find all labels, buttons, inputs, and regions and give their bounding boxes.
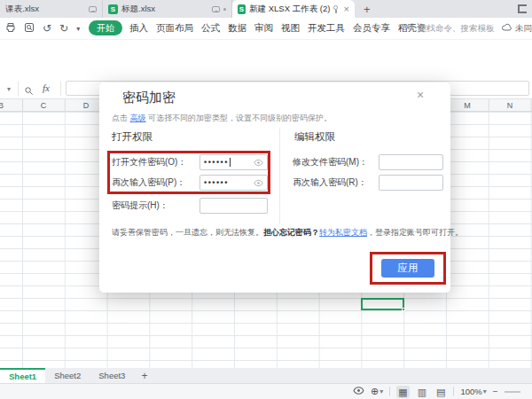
- dialog-warning: 请妥善保管密码，一旦遗忘，则无法恢复。担心忘记密码？转为私密文档，登录指定账号即…: [112, 227, 443, 238]
- view-normal-button[interactable]: ▦: [396, 386, 409, 398]
- dialog-divider: [279, 129, 280, 224]
- wps-s-logo-icon: S: [238, 4, 246, 14]
- sheet-tab-3[interactable]: Sheet3: [90, 368, 134, 383]
- modify-password-input[interactable]: [379, 154, 443, 170]
- sync-status[interactable]: 未同步: [502, 18, 532, 39]
- comment-balloon-icon: [212, 6, 220, 12]
- add-sheet-button[interactable]: +: [134, 368, 154, 383]
- file-tab-1[interactable]: 课表.xlsx: [0, 0, 103, 18]
- sync-status-label: 未同步: [515, 23, 532, 35]
- redo-icon[interactable]: ↻: [59, 22, 68, 35]
- password-hint-input[interactable]: [200, 198, 268, 214]
- zoom-formula-icon[interactable]: [24, 83, 34, 99]
- unsaved-dot-icon: [223, 8, 226, 11]
- zoom-slider[interactable]: [505, 391, 520, 393]
- crosshair-icon: ⊕: [371, 386, 379, 397]
- tab-formulas[interactable]: 公式: [201, 22, 220, 35]
- dialog-title: 密码加密: [122, 90, 176, 106]
- search-placeholder: 查找命令、搜索模板: [419, 23, 495, 35]
- chevron-down-icon: ▾: [483, 387, 487, 395]
- view-page-break-button[interactable]: ▤: [434, 386, 447, 398]
- sheet-tab-2[interactable]: Sheet2: [45, 368, 90, 383]
- cloud-icon: [502, 23, 512, 34]
- file-tab-active-label: 新建 XLSX 工作表 (2).xlsx: [249, 4, 330, 15]
- password-hint-label: 密码提示(H)：: [112, 200, 200, 212]
- file-tab-active[interactable]: S 新建 XLSX 工作表 (2).xlsx ×: [232, 0, 355, 18]
- edit-permission-title: 编辑权限: [294, 130, 335, 144]
- tab-member[interactable]: 会员专享: [353, 22, 390, 35]
- search-icon: [406, 23, 415, 34]
- file-tab-2-label: 标题.xlsx: [121, 4, 155, 15]
- selected-cell[interactable]: [361, 298, 404, 310]
- more-commands-chevron-icon[interactable]: ▾: [76, 25, 80, 33]
- password-key-icon: [333, 5, 340, 13]
- insert-function-button[interactable]: fx: [43, 82, 50, 93]
- file-tab-1-label: 课表.xlsx: [5, 4, 39, 15]
- confirm-modify-input[interactable]: [379, 175, 443, 191]
- password-encrypt-dialog: 密码加密 × 点击 高级 可选择不同的加密类型，设置不同级别的密码保护。 打开权…: [99, 82, 450, 293]
- tab-view[interactable]: 视图: [281, 22, 300, 35]
- wps-spreadsheet-window: 课表.xlsx S 标题.xlsx S 新建 XLSX 工作表 (2).xlsx…: [0, 0, 532, 399]
- eye-protect-icon[interactable]: [353, 386, 364, 397]
- comment-balloon-icon: [89, 6, 97, 12]
- sheet-tab-1[interactable]: Sheet1: [0, 368, 45, 383]
- modify-password-label: 修改文件密码(M)：: [293, 156, 379, 168]
- annotation-box-apply-button: [370, 252, 446, 285]
- confirm-modify-label: 再次输入密码(R)：: [293, 176, 379, 189]
- dialog-intro: 点击 高级 可选择不同的加密类型，设置不同级别的密码保护。: [112, 113, 332, 124]
- print-icon[interactable]: [5, 22, 16, 35]
- file-tab-bar: 课表.xlsx S 标题.xlsx S 新建 XLSX 工作表 (2).xlsx…: [0, 0, 532, 18]
- tab-insert[interactable]: 插入: [129, 22, 148, 35]
- print-preview-icon[interactable]: [24, 22, 35, 35]
- select-tool-button[interactable]: ⊕▾: [371, 386, 383, 397]
- file-tab-2[interactable]: S 标题.xlsx: [103, 0, 232, 18]
- tab-home[interactable]: 开始: [89, 20, 122, 35]
- private-doc-link[interactable]: 转为私密文档: [319, 228, 367, 237]
- view-page-layout-button[interactable]: ▥: [416, 386, 428, 398]
- sheet-tab-bar: Sheet1 Sheet2 Sheet3 +: [0, 368, 532, 383]
- ribbon-toolbar: 宋体▾ 11▾ A+ A- B I U ⊞▾ ▦▾ ▨▾ A▾ ◇▾ ≡ ≡ ≡…: [0, 39, 532, 78]
- zoom-out-button[interactable]: −: [493, 387, 498, 396]
- tab-page-layout[interactable]: 页面布局: [156, 22, 193, 35]
- chevron-down-icon: ▾: [379, 387, 383, 395]
- name-box-chevron-icon[interactable]: ▾: [7, 85, 11, 93]
- zoom-level[interactable]: 100%▾: [460, 387, 486, 396]
- tab-data[interactable]: 数据: [228, 22, 246, 35]
- annotation-box-password-fields: [107, 151, 270, 194]
- status-bar: ⊕▾ ▦ ▥ ▤ 100%▾ −: [0, 383, 532, 399]
- menu-bar: ↺ ↻ ▾ 开始 插入 页面布局 公式 数据 审阅 视图 开发工具 会员专享 稻…: [0, 18, 532, 39]
- advanced-link[interactable]: 高级: [130, 113, 146, 122]
- open-permission-title: 打开权限: [112, 130, 153, 144]
- wps-s-logo-icon: S: [108, 4, 118, 14]
- new-tab-button[interactable]: +: [355, 0, 379, 18]
- tab-close-icon[interactable]: ×: [344, 4, 349, 14]
- command-search-box[interactable]: 查找命令、搜索模板: [406, 18, 495, 39]
- undo-icon[interactable]: ↺: [43, 22, 51, 35]
- tab-list-icon[interactable]: [518, 4, 527, 13]
- tab-review[interactable]: 审阅: [254, 22, 273, 35]
- fill-handle[interactable]: [402, 308, 405, 311]
- tab-developer[interactable]: 开发工具: [308, 22, 345, 35]
- dialog-close-icon[interactable]: ×: [417, 88, 424, 102]
